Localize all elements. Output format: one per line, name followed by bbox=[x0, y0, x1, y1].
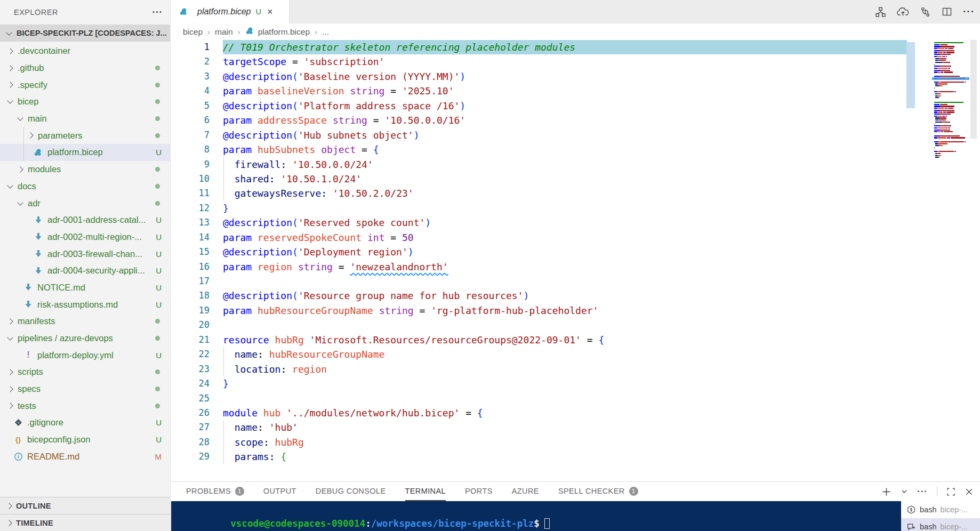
terminal-list-item[interactable]: bashbicep-... bbox=[901, 518, 980, 531]
line-number: 2 bbox=[171, 54, 210, 69]
panel-tab-output[interactable]: OUTPUT bbox=[263, 482, 296, 501]
editor-scrollbar[interactable] bbox=[970, 40, 977, 139]
tree-item[interactable]: adr-0001-address-catal...U bbox=[0, 212, 170, 229]
panel-tab-label: AZURE bbox=[512, 487, 539, 495]
breadcrumb-label: bicep bbox=[183, 27, 203, 37]
code-line: shared: '10.50.1.0/24' bbox=[223, 172, 907, 186]
chevron-down-icon bbox=[6, 29, 12, 35]
tree-item-label: specs bbox=[18, 384, 41, 394]
panel-tab-problems[interactable]: PROBLEMS1 bbox=[186, 482, 244, 501]
panel-tab-spell-checker[interactable]: SPELL CHECKER1 bbox=[558, 482, 638, 501]
tree-item[interactable]: .specify bbox=[0, 76, 170, 93]
breadcrumb-item[interactable]: platform.bicep bbox=[245, 26, 310, 38]
tab-title: platform.bicep bbox=[197, 7, 251, 17]
minimap[interactable] bbox=[934, 42, 967, 159]
tree-item[interactable]: risk-assumptions.mdU bbox=[0, 296, 170, 313]
chevron-down-icon[interactable] bbox=[901, 488, 908, 495]
chevron-right-icon bbox=[6, 503, 12, 509]
workspace-folder-header[interactable]: BICEP-SPECKIT-PLZ [CODESPACES: J... bbox=[0, 25, 170, 42]
git-dot-badge bbox=[155, 184, 160, 189]
tree-item[interactable]: docs bbox=[0, 178, 170, 195]
chevron-down-icon bbox=[7, 182, 13, 188]
compare-changes-icon[interactable] bbox=[920, 6, 931, 18]
terminal-colon: : bbox=[365, 518, 371, 529]
code-line: @description('Reserved spoke count') bbox=[223, 215, 907, 230]
section-header-outline[interactable]: OUTLINE bbox=[0, 497, 170, 514]
more-icon[interactable]: ··· bbox=[917, 486, 928, 497]
visualizer-icon[interactable] bbox=[875, 6, 886, 18]
tree-item[interactable]: main bbox=[0, 110, 170, 127]
code-line: // T019 Orchestrator skeleton referencin… bbox=[223, 40, 907, 54]
tree-item-label: modules bbox=[28, 164, 61, 174]
tree-item[interactable]: specs bbox=[0, 381, 170, 398]
svg-text:$: $ bbox=[910, 507, 913, 512]
tree-item[interactable]: README.mdM bbox=[0, 448, 170, 465]
line-number: 1 bbox=[171, 40, 210, 54]
tree-item-label: parameters bbox=[38, 131, 82, 141]
tree-item[interactable]: adr-0003-firewall-chan...U bbox=[0, 245, 170, 262]
tree-item[interactable]: {}bicepconfig.jsonU bbox=[0, 431, 170, 448]
panel-tab-azure[interactable]: AZURE bbox=[512, 482, 539, 501]
line-number: 3 bbox=[171, 69, 210, 84]
code-editor[interactable]: 1234567891011121314151617181920212223242… bbox=[171, 40, 980, 481]
terminal-prompt-symbol: $ bbox=[534, 518, 540, 529]
tab-platform-bicep[interactable]: platform.bicep U × bbox=[171, 0, 290, 23]
git-dot-badge bbox=[155, 133, 160, 138]
tree-item[interactable]: !platform-deploy.ymlU bbox=[0, 347, 170, 364]
chevron-right-icon bbox=[7, 369, 13, 375]
vscode-window: EXPLORER ··· BICEP-SPECKIT-PLZ [CODESPAC… bbox=[0, 0, 980, 531]
terminal-list-item[interactable]: $bashbicep-... bbox=[901, 501, 980, 518]
line-number: 18 bbox=[171, 288, 210, 303]
tree-item[interactable]: adr bbox=[0, 195, 170, 212]
indent-guide bbox=[223, 421, 224, 464]
panel-tab-label: DEBUG CONSOLE bbox=[316, 487, 386, 495]
panel-tab-terminal[interactable]: TERMINAL bbox=[405, 482, 446, 501]
more-actions-icon[interactable]: ··· bbox=[963, 6, 975, 18]
explorer-header: EXPLORER ··· bbox=[0, 0, 170, 25]
untracked-badge: U bbox=[156, 283, 165, 292]
maximize-icon[interactable] bbox=[946, 487, 955, 496]
tree-item-label: bicepconfig.json bbox=[27, 435, 90, 445]
split-editor-icon[interactable] bbox=[942, 6, 952, 17]
tree-item[interactable]: parameters bbox=[0, 127, 170, 144]
tree-item[interactable]: tests bbox=[0, 397, 170, 414]
line-number: 17 bbox=[171, 274, 210, 288]
chevron-right-icon bbox=[7, 82, 13, 88]
breadcrumb-item[interactable]: bicep bbox=[183, 27, 203, 37]
terminal-path: /workspaces/bicep-speckit-plz bbox=[371, 518, 534, 529]
tree-item[interactable]: bicep bbox=[0, 93, 170, 110]
tree-item[interactable]: adr-0004-security-appli...U bbox=[0, 262, 170, 279]
close-icon[interactable] bbox=[965, 487, 974, 496]
tree-item[interactable]: .gitignoreU bbox=[0, 414, 170, 431]
git-dot-badge bbox=[155, 116, 160, 121]
more-actions-icon[interactable]: ··· bbox=[152, 7, 163, 18]
code-line: gatewaysReserve: '10.50.2.0/23' bbox=[223, 186, 907, 200]
tree-item[interactable]: adr-0002-multi-region-...U bbox=[0, 229, 170, 246]
tree-item[interactable]: modules bbox=[0, 161, 170, 178]
breadcrumb-item[interactable]: ... bbox=[322, 27, 329, 37]
section-label: TIMELINE bbox=[16, 519, 53, 527]
explorer-title: EXPLORER bbox=[14, 8, 58, 17]
close-icon[interactable]: × bbox=[267, 7, 273, 17]
tree-item[interactable]: manifests bbox=[0, 313, 170, 330]
code-line: param addressSpace string = '10.50.0.0/1… bbox=[223, 113, 907, 127]
section-header-timeline[interactable]: TIMELINE bbox=[0, 514, 170, 531]
tree-item[interactable]: platform.bicepU bbox=[0, 144, 170, 161]
cloud-upload-icon[interactable] bbox=[897, 6, 909, 18]
tree-item[interactable]: pipelines / azure-devops bbox=[0, 330, 170, 347]
panel-tab-debug-console[interactable]: DEBUG CONSOLE bbox=[316, 482, 386, 501]
breadcrumb-separator: › bbox=[315, 27, 317, 36]
terminal[interactable]: vscode@codespaces-090014:/workspaces/bic… bbox=[171, 501, 901, 531]
breadcrumb-item[interactable]: main bbox=[215, 27, 233, 37]
tree-item[interactable]: NOTICE.mdU bbox=[0, 279, 170, 296]
git-file-icon bbox=[13, 419, 23, 427]
code-line: params: { bbox=[223, 449, 907, 464]
plus-icon[interactable] bbox=[881, 487, 891, 497]
markdown-file-icon bbox=[33, 232, 44, 241]
untracked-badge: U bbox=[156, 351, 165, 360]
tree-item[interactable]: .github bbox=[0, 60, 170, 77]
tree-item-label: risk-assumptions.md bbox=[37, 300, 118, 310]
tree-item[interactable]: .devcontainer bbox=[0, 43, 170, 60]
panel-tab-ports[interactable]: PORTS bbox=[465, 482, 493, 501]
tree-item[interactable]: scripts bbox=[0, 364, 170, 381]
